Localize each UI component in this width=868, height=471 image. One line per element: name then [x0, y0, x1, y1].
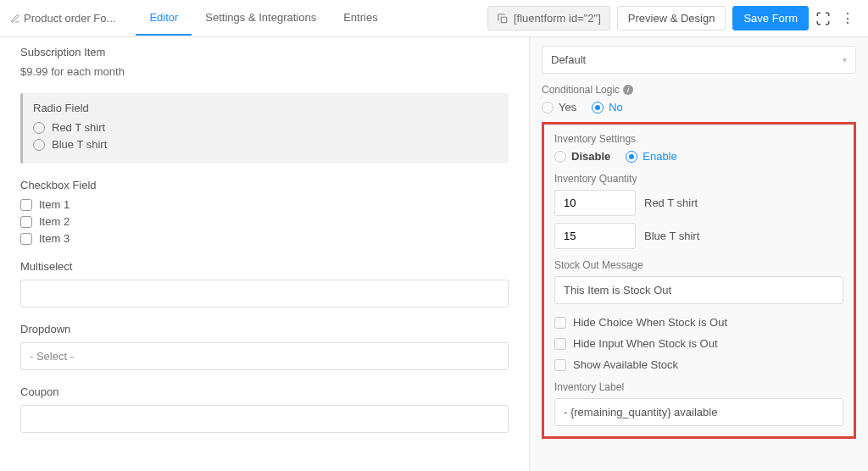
checkbox-icon — [554, 317, 566, 329]
subscription-label: Subscription Item — [20, 46, 509, 58]
radio-icon — [33, 122, 45, 134]
checkbox-option[interactable]: Item 3 — [20, 232, 509, 245]
hide-choice-checkbox[interactable]: Hide Choice When Stock is Out — [554, 316, 843, 329]
quantity-row: Red T shirt — [554, 190, 843, 216]
inventory-settings-highlight: Inventory Settings Disable Enable Invent… — [542, 122, 856, 439]
copy-icon — [497, 13, 509, 25]
checkbox-option-label: Item 3 — [39, 232, 70, 245]
radio-icon — [626, 151, 637, 163]
checkbox-icon — [20, 233, 32, 245]
radio-icon — [592, 102, 604, 114]
radio-option[interactable]: Red T shirt — [33, 121, 498, 134]
multiselect-input[interactable] — [20, 280, 509, 308]
show-available-checkbox[interactable]: Show Available Stock — [554, 358, 843, 371]
fullscreen-icon[interactable] — [815, 11, 831, 26]
chevron-down-icon: ▾ — [843, 55, 847, 64]
multiselect-label: Multiselect — [20, 260, 509, 273]
preview-design-button[interactable]: Preview & Design — [617, 6, 726, 30]
quantity-input[interactable] — [554, 223, 636, 249]
form-title[interactable]: Product order Fo... — [24, 12, 115, 25]
checkbox-option-label: Item 2 — [39, 215, 70, 228]
dropdown-block[interactable]: Dropdown - Select - — [20, 323, 509, 370]
info-icon[interactable]: i — [623, 85, 633, 95]
checkbox-icon — [20, 199, 32, 211]
checkbox-icon — [554, 338, 566, 350]
quantity-item-label: Blue T shirt — [644, 230, 699, 242]
dropdown-select[interactable]: - Select - — [20, 342, 509, 370]
dropdown-placeholder: - Select - — [30, 350, 74, 363]
tab-settings[interactable]: Settings & Integrations — [192, 1, 330, 36]
subscription-item-block[interactable]: Subscription Item $9.99 for each month — [20, 46, 509, 78]
radio-option-label: Red T shirt — [52, 121, 105, 134]
checkbox-option-label: Item 1 — [39, 198, 70, 211]
coupon-input[interactable] — [20, 405, 509, 433]
conditional-logic-no[interactable]: No — [592, 101, 623, 114]
radio-option-label: Blue T shirt — [52, 138, 107, 151]
checkbox-icon — [554, 359, 566, 371]
inventory-settings-label: Inventory Settings — [554, 133, 843, 145]
checkbox-option[interactable]: Item 2 — [20, 215, 509, 228]
checkbox-field-label: Checkbox Field — [20, 179, 509, 191]
element-selector-value: Default — [551, 53, 586, 66]
quantity-item-label: Red T shirt — [644, 197, 698, 209]
inventory-disable[interactable]: Disable — [554, 150, 610, 163]
svg-rect-0 — [501, 17, 506, 22]
multiselect-block[interactable]: Multiselect — [20, 260, 509, 308]
element-selector[interactable]: Default ▾ — [542, 46, 856, 74]
stock-out-message-input[interactable] — [554, 276, 843, 304]
checkbox-field-block[interactable]: Checkbox Field Item 1 Item 2 Item 3 — [20, 179, 509, 245]
conditional-logic-yes[interactable]: Yes — [542, 101, 576, 114]
tab-editor[interactable]: Editor — [136, 1, 192, 36]
radio-icon — [554, 151, 566, 163]
tab-entries[interactable]: Entries — [330, 1, 391, 36]
quantity-row: Blue T shirt — [554, 223, 843, 249]
shortcode-text: [fluentform id="2"] — [514, 12, 601, 25]
more-menu-icon[interactable]: ⋮ — [837, 10, 858, 26]
stock-out-label: Stock Out Message — [554, 259, 843, 271]
save-form-button[interactable]: Save Form — [732, 6, 809, 30]
shortcode-box[interactable]: [fluentform id="2"] — [487, 6, 610, 30]
coupon-label: Coupon — [20, 385, 509, 398]
radio-field-label: Radio Field — [33, 102, 498, 114]
inventory-enable[interactable]: Enable — [626, 150, 676, 163]
radio-icon — [542, 102, 554, 114]
conditional-logic-label: Conditional Logic i — [542, 84, 856, 96]
edit-title-icon[interactable] — [10, 14, 20, 24]
coupon-block[interactable]: Coupon — [20, 385, 509, 433]
checkbox-icon — [20, 216, 32, 228]
radio-icon — [33, 139, 45, 151]
checkbox-option[interactable]: Item 1 — [20, 198, 509, 211]
subscription-price: $9.99 for each month — [20, 65, 509, 78]
inventory-quantity-label: Inventory Quantity — [554, 173, 843, 185]
radio-field-block[interactable]: Radio Field Red T shirt Blue T shirt — [20, 93, 509, 163]
inventory-label-label: Inventory Label — [554, 381, 843, 393]
hide-input-checkbox[interactable]: Hide Input When Stock is Out — [554, 337, 843, 350]
quantity-input[interactable] — [554, 190, 636, 216]
inventory-label-input[interactable] — [554, 398, 843, 426]
dropdown-label: Dropdown — [20, 323, 509, 335]
radio-option[interactable]: Blue T shirt — [33, 138, 498, 151]
